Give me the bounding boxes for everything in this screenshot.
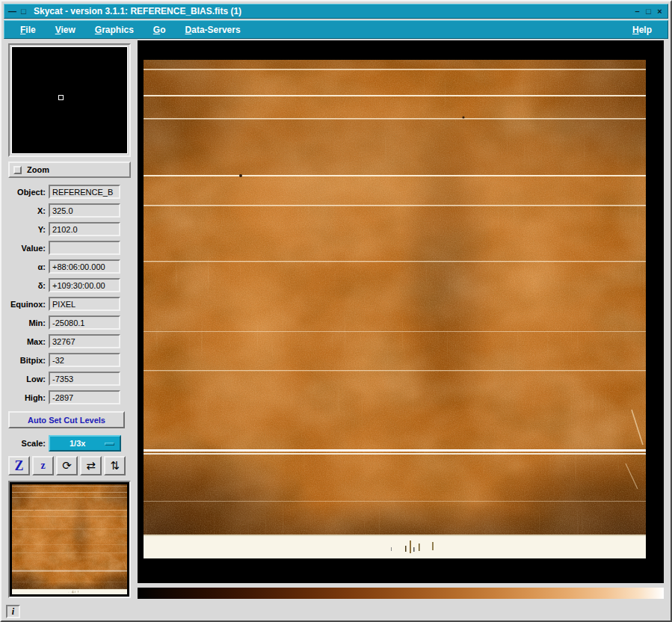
main-image[interactable] [144,60,646,558]
field-row-max: Max: 32767 [4,332,138,351]
y-input[interactable]: 2102.0 [49,222,120,236]
field-row-equinox: Equinox: PIXEL [4,295,138,313]
min-label: Min: [4,318,49,327]
dec-input[interactable]: +109:30:00.00 [49,278,120,292]
equinox-label: Equinox: [4,300,49,309]
window-maximize-button[interactable]: □ [643,6,654,17]
rotate-icon[interactable]: ⟳ [56,456,78,475]
pan-thumbnail-image [12,484,127,594]
window-close-button[interactable]: × [654,6,665,17]
scale-row: Scale: 1/3x [4,434,138,452]
menubar: File View Graphics Go Data-Servers Help [4,20,668,39]
flip-vertical-icon[interactable]: ⇅ [104,456,126,475]
field-row-min: Min: -25080.1 [4,313,138,332]
scale-value: 1/3x [70,439,85,448]
sidebar: Zoom Object: REFERENCE_B X: 325.0 Y: 210… [4,40,138,618]
field-row-value: Value: [4,238,138,257]
value-input[interactable] [49,241,120,255]
max-input[interactable]: 32767 [49,334,120,348]
dropdown-indicator-icon [105,443,114,446]
field-row-low: Low: -7353 [4,369,138,388]
low-label: Low: [4,375,49,384]
skycat-window: — □ Skycat - version 3.1.1: REFERENCE_BI… [0,0,672,622]
object-input[interactable]: REFERENCE_B [49,185,120,199]
zoom-checkbox-label: Zoom [27,165,49,174]
bias-fits-image [144,60,646,558]
zoom-toolbar: Z z ⟳ ⇄ ⇅ [8,456,126,475]
x-label: X: [4,206,49,215]
window-title: Skycat - version 3.1.1: REFERENCE_BIAS.f… [34,6,241,16]
equinox-input[interactable]: PIXEL [49,297,120,311]
window-controls-left: — □ [7,6,29,17]
ra-label: α: [4,262,49,271]
menu-help[interactable]: Help [623,22,662,38]
field-row-x: X: 325.0 [4,201,138,220]
zoom-out-button[interactable]: z [32,456,54,475]
value-label: Value: [4,244,49,253]
y-label: Y: [4,225,49,234]
pan-window[interactable] [8,481,131,598]
field-row-bitpix: Bitpix: -32 [4,351,138,369]
x-input[interactable]: 325.0 [49,203,120,218]
window-menu-button[interactable]: — [7,6,18,17]
info-panel: Object: REFERENCE_B X: 325.0 Y: 2102.0 V… [4,182,138,407]
menu-view[interactable]: View [46,22,85,38]
menu-go[interactable]: Go [144,22,176,38]
low-input[interactable]: -7353 [49,372,120,386]
zoom-in-button[interactable]: Z [8,456,30,475]
zoom-display [11,46,128,154]
window-controls-right: – □ × [632,6,665,17]
zoom-marker [58,95,64,100]
high-input[interactable]: -2897 [49,390,120,404]
ra-input[interactable]: +88:06:00.000 [49,259,120,274]
dec-label: δ: [4,281,49,290]
high-label: High: [4,393,49,402]
scale-label: Scale: [4,439,49,448]
bitpix-input[interactable]: -32 [49,353,120,367]
field-row-ra: α: +88:06:00.000 [4,257,138,276]
window-shade-button[interactable]: □ [18,6,29,17]
auto-set-cut-levels-button[interactable]: Auto Set Cut Levels [8,411,125,428]
menu-file[interactable]: File [10,22,46,38]
colorbar[interactable] [138,588,664,599]
zoom-toggle[interactable]: Zoom [8,161,131,178]
image-canvas[interactable] [138,40,664,583]
menu-graphics[interactable]: Graphics [85,22,144,38]
bitpix-label: Bitpix: [4,356,49,365]
menu-data-servers[interactable]: Data-Servers [176,22,250,38]
field-row-object: Object: REFERENCE_B [4,182,138,201]
zoom-checkbox[interactable] [13,166,22,174]
window-minimize-button[interactable]: – [632,6,643,17]
titlebar[interactable]: — □ Skycat - version 3.1.1: REFERENCE_BI… [4,4,668,19]
field-row-y: Y: 2102.0 [4,220,138,238]
info-indicator[interactable]: i [6,605,20,618]
flip-horizontal-icon[interactable]: ⇄ [80,456,102,475]
max-label: Max: [4,337,49,346]
min-input[interactable]: -25080.1 [49,315,120,330]
field-row-high: High: -2897 [4,388,138,407]
field-row-dec: δ: +109:30:00.00 [4,276,138,295]
zoom-window [8,43,131,157]
scale-dropdown[interactable]: 1/3x [49,435,121,452]
object-label: Object: [4,188,49,197]
